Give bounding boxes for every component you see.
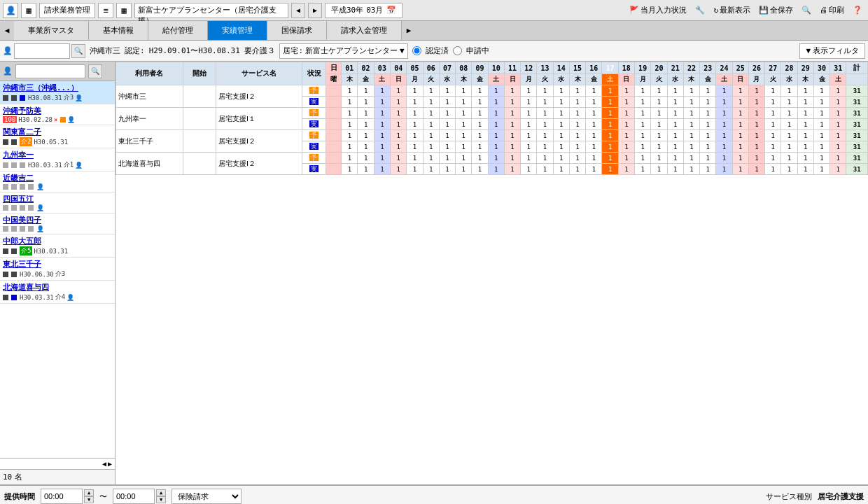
cal-d5-0-1[interactable]: 1 — [407, 97, 423, 108]
time-from-up[interactable]: ▲ — [84, 489, 94, 496]
sidebar-item-tohoku[interactable]: 東北三千子 H30.06.30 介3 — [0, 258, 115, 281]
cal-d16-2-0[interactable]: 1 — [586, 130, 602, 141]
cal-d23-0-1[interactable]: 1 — [700, 97, 716, 108]
cal-d29-2-0[interactable]: 1 — [797, 130, 813, 141]
cal-d1-0-1[interactable]: 1 — [342, 97, 358, 108]
cal-d10-2-0[interactable]: 1 — [488, 130, 504, 141]
cal-d19-2-0[interactable]: 1 — [635, 130, 651, 141]
cal-d8-0-0[interactable]: 1 — [456, 85, 472, 97]
cal-d25-3-1[interactable]: 1 — [732, 164, 748, 175]
cal-d7-0-0[interactable]: 1 — [439, 85, 455, 97]
cal-d0-2-1[interactable] — [326, 141, 342, 153]
cal-d17-0-0[interactable]: 1 — [602, 85, 618, 97]
tab-jisseki-kanri[interactable]: 実績管理 — [208, 21, 267, 40]
sidebar-item-hokkaido[interactable]: 北海道喜与四 H30.03.31 介4 👤 — [0, 281, 115, 304]
cal-d15-3-0[interactable]: 1 — [569, 153, 585, 164]
cal-d12-1-0[interactable]: 1 — [521, 108, 537, 119]
cal-d27-3-0[interactable]: 1 — [765, 153, 781, 164]
cal-d24-3-1[interactable]: 1 — [716, 164, 732, 175]
cal-d0-1-1[interactable] — [326, 119, 342, 130]
sidebar-item-churo[interactable]: 中郎大五郎 介5 H30.03.31 — [0, 234, 115, 258]
cal-d0-0-0[interactable] — [326, 85, 342, 97]
cal-d10-3-1[interactable]: 1 — [488, 164, 504, 175]
tab-kokuhoseikyu[interactable]: 国保請求 — [267, 21, 327, 40]
cal-d8-1-0[interactable]: 1 — [456, 108, 472, 119]
print-btn[interactable]: 🖨 印刷 — [817, 4, 847, 16]
cal-d31-3-0[interactable]: 1 — [830, 153, 846, 164]
cal-d3-3-1[interactable]: 1 — [374, 164, 390, 175]
cal-d20-0-1[interactable]: 1 — [651, 97, 667, 108]
cal-d1-3-1[interactable]: 1 — [342, 164, 358, 175]
cal-d0-3-1[interactable] — [326, 164, 342, 175]
cal-d31-1-1[interactable]: 1 — [830, 119, 846, 130]
cal-d14-1-1[interactable]: 1 — [553, 119, 569, 130]
cal-d25-0-0[interactable]: 1 — [732, 85, 748, 97]
cal-d4-1-1[interactable]: 1 — [391, 119, 407, 130]
cal-d25-3-0[interactable]: 1 — [732, 153, 748, 164]
cal-d24-3-0[interactable]: 1 — [716, 153, 732, 164]
cal-d25-0-1[interactable]: 1 — [732, 97, 748, 108]
cal-d14-1-0[interactable]: 1 — [553, 108, 569, 119]
cal-d26-1-1[interactable]: 1 — [748, 119, 764, 130]
cal-d19-1-1[interactable]: 1 — [635, 119, 651, 130]
cal-d10-2-1[interactable]: 1 — [488, 141, 504, 153]
cal-d14-3-0[interactable]: 1 — [553, 153, 569, 164]
facility-select[interactable]: 新富士ケアプランセンター（居宅介護支援） — [134, 3, 288, 18]
cal-d2-1-0[interactable]: 1 — [358, 108, 374, 119]
sidebar-item-okinawa[interactable]: 沖縄市三（沖縄...） H30.08.31 介3 👤 — [0, 81, 115, 104]
cal-d23-3-1[interactable]: 1 — [700, 164, 716, 175]
cal-d5-0-0[interactable]: 1 — [407, 85, 423, 97]
cal-d6-0-1[interactable]: 1 — [423, 97, 439, 108]
cal-d24-2-1[interactable]: 1 — [716, 141, 732, 153]
cal-d28-3-1[interactable]: 1 — [781, 164, 797, 175]
cal-d22-3-1[interactable]: 1 — [683, 164, 699, 175]
user-icon[interactable]: 👤 — [3, 3, 18, 18]
cal-d22-3-0[interactable]: 1 — [683, 153, 699, 164]
cal-d0-3-0[interactable] — [326, 153, 342, 164]
tab-seikyu-nyukin[interactable]: 請求入金管理 — [327, 21, 402, 40]
cal-d25-1-0[interactable]: 1 — [732, 108, 748, 119]
cal-d18-2-0[interactable]: 1 — [618, 130, 634, 141]
help-btn[interactable]: ❓ — [850, 5, 865, 15]
cal-icon[interactable]: 📅 — [386, 6, 396, 15]
cal-d26-3-1[interactable]: 1 — [748, 164, 764, 175]
cal-d17-2-1[interactable]: 1 — [602, 141, 618, 153]
cal-d14-0-1[interactable]: 1 — [553, 97, 569, 108]
cal-d30-0-0[interactable]: 1 — [813, 85, 830, 97]
cal-d4-1-0[interactable]: 1 — [391, 108, 407, 119]
cal-d13-2-0[interactable]: 1 — [537, 130, 553, 141]
cal-d4-2-1[interactable]: 1 — [391, 141, 407, 153]
cal-d2-2-0[interactable]: 1 — [358, 130, 374, 141]
cal-d15-1-1[interactable]: 1 — [569, 119, 585, 130]
cal-d13-3-0[interactable]: 1 — [537, 153, 553, 164]
cal-d24-2-0[interactable]: 1 — [716, 130, 732, 141]
cal-d10-1-1[interactable]: 1 — [488, 119, 504, 130]
menu-icon[interactable]: ≡ — [98, 3, 113, 18]
cal-d0-1-0[interactable] — [326, 108, 342, 119]
cal-d26-2-1[interactable]: 1 — [748, 141, 764, 153]
cal-d3-1-1[interactable]: 1 — [374, 119, 390, 130]
cal-d30-2-0[interactable]: 1 — [813, 130, 830, 141]
cal-d19-3-1[interactable]: 1 — [635, 164, 651, 175]
cal-d27-2-1[interactable]: 1 — [765, 141, 781, 153]
cal-d28-3-0[interactable]: 1 — [781, 153, 797, 164]
cal-d12-3-1[interactable]: 1 — [521, 164, 537, 175]
time-from-down[interactable]: ▼ — [84, 496, 94, 503]
cal-d4-3-0[interactable]: 1 — [391, 153, 407, 164]
cal-name-1[interactable]: 九州幸一 — [116, 108, 183, 130]
sidebar-item-kyushu[interactable]: 九州幸一 H30.03.31 介1 👤 — [0, 148, 115, 172]
cal-d20-2-0[interactable]: 1 — [651, 130, 667, 141]
cal-d22-0-1[interactable]: 1 — [683, 97, 699, 108]
cal-d7-1-1[interactable]: 1 — [439, 119, 455, 130]
cal-d11-3-0[interactable]: 1 — [504, 153, 520, 164]
cal-d12-0-1[interactable]: 1 — [521, 97, 537, 108]
tab-kyufu-kanri[interactable]: 給付管理 — [148, 21, 208, 40]
sidebar-item-kanto[interactable]: 関東富二子 介2 H30.05.31 — [0, 125, 115, 148]
cal-d22-2-0[interactable]: 1 — [683, 130, 699, 141]
cal-d11-3-1[interactable]: 1 — [504, 164, 520, 175]
cal-d30-2-1[interactable]: 1 — [813, 141, 830, 153]
cal-d11-2-1[interactable]: 1 — [504, 141, 520, 153]
refresh-btn[interactable]: ↻ 最新表示 — [710, 4, 753, 16]
cal-d13-1-1[interactable]: 1 — [537, 119, 553, 130]
radio-nintei[interactable] — [412, 46, 421, 55]
